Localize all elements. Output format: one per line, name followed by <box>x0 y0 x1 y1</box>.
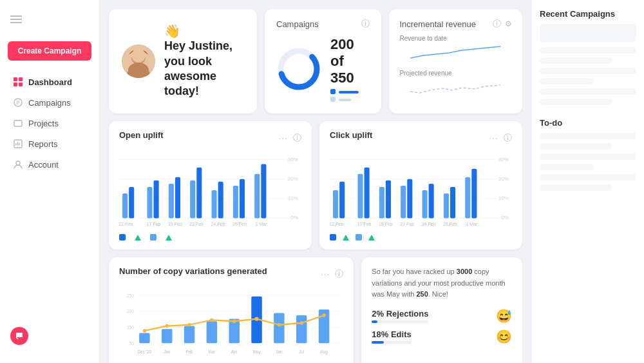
svg-text:20%: 20% <box>288 176 298 182</box>
account-icon <box>13 159 23 170</box>
legend-item-blue2 <box>330 234 336 240</box>
sidebar-item-label: Account <box>28 160 59 170</box>
svg-text:12 Feb: 12 Feb <box>330 222 343 226</box>
svg-rect-34 <box>233 186 238 219</box>
svg-rect-35 <box>240 179 245 219</box>
avatar <box>122 44 155 78</box>
stats-card: So far you have racked up 3000 copy vari… <box>361 257 522 363</box>
svg-text:17 Feb: 17 Feb <box>147 222 161 226</box>
campaigns-card: Campaigns ⓘ 200 of 350 <box>265 9 381 113</box>
copy-variations-card: Number of copy variations generated ··· … <box>109 257 354 363</box>
edits-label-group: 18% Edits <box>372 329 411 344</box>
svg-point-91 <box>143 329 146 332</box>
rejection-bar <box>372 320 377 323</box>
legend-item-green-tri4 <box>368 235 375 240</box>
campaigns-info-icon[interactable]: ⓘ <box>361 18 370 30</box>
sidebar-logo <box>0 10 99 41</box>
svg-rect-3 <box>19 83 23 86</box>
open-uplift-chart-area: 30% 20% 10% 0% <box>119 152 301 229</box>
revenue-gear-icon[interactable]: ⚙ <box>505 19 512 28</box>
open-uplift-info-icon[interactable]: ⓘ <box>293 132 301 144</box>
revenue-info-icon[interactable]: ⓘ <box>493 18 501 30</box>
svg-text:Aug: Aug <box>320 349 328 355</box>
right-panel: Recent Campaigns To-do <box>531 0 644 363</box>
sidebar-item-campaigns[interactable]: Campaigns <box>3 93 97 112</box>
svg-rect-63 <box>444 193 449 218</box>
create-campaign-button[interactable]: Create Campaign <box>8 41 91 61</box>
svg-text:Dec '20: Dec '20 <box>138 349 152 354</box>
stats-highlight1: 3000 <box>457 268 472 275</box>
todo-title: To-do <box>540 118 636 128</box>
legend-blue-square <box>119 234 126 240</box>
svg-text:30%: 30% <box>498 157 509 162</box>
svg-text:24 Feb: 24 Feb <box>211 222 225 226</box>
copy-chart-menu[interactable]: ··· <box>321 269 330 279</box>
recent-campaign-item-4[interactable] <box>540 68 636 74</box>
recent-campaigns-section: Recent Campaigns <box>540 9 636 109</box>
welcome-text: 👋 Hey Justine, you look awesome today! <box>164 23 244 99</box>
svg-rect-31 <box>196 168 202 219</box>
revenue-card-title: Incremental revenue <box>399 19 476 29</box>
recent-campaigns-title: Recent Campaigns <box>540 9 636 19</box>
svg-rect-25 <box>129 187 134 219</box>
greeting-text: Hey Justine, you look awesome today! <box>164 39 244 99</box>
svg-rect-33 <box>218 182 223 219</box>
recent-campaign-item-7[interactable] <box>540 99 612 105</box>
svg-point-12 <box>134 54 137 57</box>
bottom-row: Number of copy variations generated ··· … <box>109 257 522 363</box>
donut-info: 200 of 350 <box>330 36 370 102</box>
click-uplift-legend <box>330 234 512 240</box>
click-uplift-info-icon[interactable]: ⓘ <box>504 132 512 144</box>
recent-campaign-item-5[interactable] <box>540 78 593 84</box>
todo-item-3[interactable] <box>540 153 636 160</box>
copy-chart-info-icon[interactable]: ⓘ <box>335 268 343 280</box>
sidebar-item-reports[interactable]: Reports <box>3 134 97 153</box>
avatar-image <box>122 44 155 78</box>
campaigns-card-header: Campaigns ⓘ <box>276 18 370 30</box>
sidebar-item-projects[interactable]: Projects <box>3 113 97 133</box>
edits-stat: 18% Edits 😊 <box>372 329 512 344</box>
svg-text:250: 250 <box>127 293 134 298</box>
recent-campaign-item-1[interactable] <box>540 24 636 42</box>
todo-item-2[interactable] <box>540 143 612 150</box>
svg-rect-64 <box>450 187 455 219</box>
projects-icon <box>13 118 23 128</box>
sidebar-item-account[interactable]: Account <box>3 155 97 174</box>
todo-item-6[interactable] <box>540 184 612 191</box>
stats-description: So far you have racked up 3000 copy vari… <box>372 266 512 300</box>
legend-item-green-tri3 <box>343 235 349 240</box>
svg-rect-2 <box>14 83 17 86</box>
hamburger-menu[interactable] <box>10 15 89 23</box>
svg-text:Mar: Mar <box>208 349 216 354</box>
todo-item-5[interactable] <box>540 174 636 181</box>
svg-text:150: 150 <box>127 325 134 329</box>
open-uplift-card: Open uplift ··· ⓘ 30% 20% 10% 0% <box>109 121 312 250</box>
svg-text:0%: 0% <box>290 215 298 221</box>
svg-text:Jul: Jul <box>299 349 304 354</box>
campaigns-count: 200 of 350 <box>330 36 370 86</box>
sidebar-item-dashboard[interactable]: Dashboard <box>3 72 97 92</box>
revenue-card: Incremental revenue ⓘ ⚙ Revenue to date … <box>389 9 522 113</box>
projected-revenue-label: Projected revenue <box>399 70 512 77</box>
welcome-card: 👋 Hey Justine, you look awesome today! <box>109 9 257 113</box>
todo-item-4[interactable] <box>540 164 593 170</box>
legend-bar-inactive <box>339 97 370 101</box>
click-uplift-menu[interactable]: ··· <box>489 133 498 143</box>
svg-rect-85 <box>207 321 217 343</box>
svg-point-13 <box>140 54 143 57</box>
recent-campaign-item-3[interactable] <box>540 57 612 64</box>
svg-rect-82 <box>139 333 149 344</box>
todo-item-1[interactable] <box>540 133 636 139</box>
svg-point-11 <box>133 50 144 63</box>
top-section: 👋 Hey Justine, you look awesome today! C… <box>109 9 522 113</box>
svg-text:26 Feb: 26 Feb <box>232 222 247 226</box>
main-content: 👋 Hey Justine, you look awesome today! C… <box>100 0 531 363</box>
recent-campaign-item-6[interactable] <box>540 88 636 95</box>
open-uplift-menu[interactable]: ··· <box>278 133 288 143</box>
campaigns-card-title: Campaigns <box>276 19 319 29</box>
legend-lightblue-square <box>150 234 156 240</box>
svg-text:12 Feb: 12 Feb <box>119 222 133 226</box>
recent-campaign-item-2[interactable] <box>540 47 636 54</box>
legend-green-triangle2 <box>166 235 172 240</box>
phrase-logo <box>10 327 28 345</box>
